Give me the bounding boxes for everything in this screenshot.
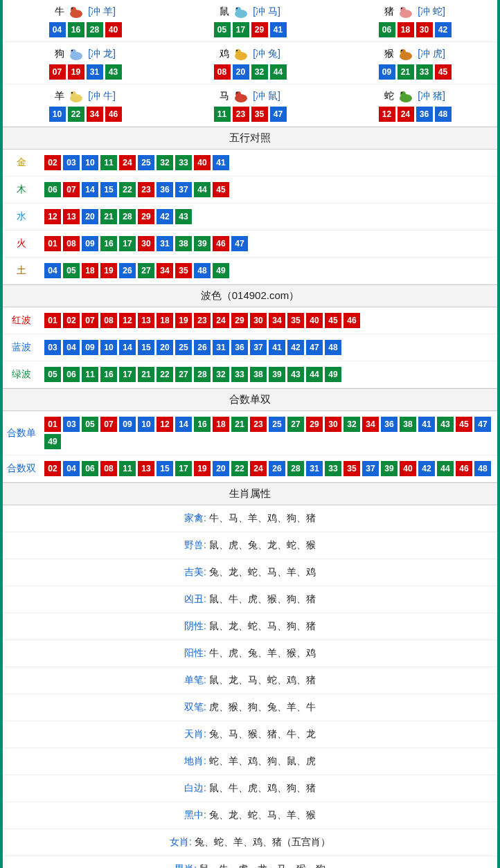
attr-key: 黑中: (184, 809, 209, 820)
zodiac-conflict: [冲 龙] (88, 48, 116, 60)
section-heshu-header: 合数单双 (3, 388, 497, 411)
number-chip: 31 (213, 340, 229, 355)
number-chip: 14 (175, 417, 192, 432)
attr-row: 女肖: 兔、蛇、羊、鸡、猪（五宫肖） (3, 829, 497, 856)
zodiac-head: 蛇[冲 猪] (332, 89, 497, 104)
number-chip: 43 (175, 209, 192, 224)
zodiac-name: 猪 (384, 6, 394, 18)
number-chip: 29 (138, 209, 154, 224)
number-chip: 48 (325, 340, 341, 355)
number-chip: 42 (418, 461, 435, 476)
svg-point-23 (236, 92, 238, 93)
number-chip: 27 (287, 417, 304, 432)
number-chip: 46 (105, 107, 122, 122)
svg-point-20 (71, 92, 73, 93)
number-chip: 02 (63, 313, 80, 328)
number-chip: 41 (270, 22, 287, 37)
number-chip: 07 (63, 182, 80, 197)
number-chip: 38 (250, 367, 267, 382)
number-chip: 29 (251, 22, 268, 37)
number-chip: 24 (398, 107, 414, 122)
number-chip: 21 (138, 367, 154, 382)
number-chip: 35 (251, 107, 268, 122)
zodiac-icon (395, 4, 416, 19)
table-row: 红波0102070812131819232429303435404546 (3, 307, 497, 334)
attr-value: 蛇、羊、鸡、狗、鼠、虎 (209, 755, 316, 766)
row-numbers: 0108091617303138394647 (40, 230, 497, 257)
number-chip: 32 (343, 417, 360, 432)
number-chip: 16 (68, 22, 84, 37)
number-chip: 47 (270, 107, 287, 122)
number-chip: 43 (437, 417, 454, 432)
number-chip: 26 (119, 263, 136, 278)
row-label: 绿波 (3, 363, 40, 386)
number-chip: 19 (100, 263, 117, 278)
zodiac-name: 鸡 (220, 48, 229, 60)
zodiac-numbers: 11233547 (214, 107, 287, 122)
zodiac-numbers: 04162840 (49, 22, 122, 37)
number-chip: 26 (194, 340, 211, 355)
attr-row: 地肖: 蛇、羊、鸡、狗、鼠、虎 (3, 748, 497, 775)
number-chip: 09 (82, 236, 98, 251)
number-chip: 14 (82, 182, 98, 197)
number-chip: 21 (398, 64, 414, 80)
number-chip: 20 (157, 340, 173, 355)
attr-value: 鼠、虎、兔、龙、蛇、猴 (209, 539, 316, 550)
number-chip: 47 (231, 236, 248, 251)
number-chip: 41 (269, 340, 285, 355)
number-chip: 39 (381, 461, 398, 476)
attr-key: 单笔: (184, 674, 209, 685)
number-chip: 01 (44, 236, 61, 251)
zodiac-name: 鼠 (220, 6, 229, 18)
number-chip: 28 (194, 367, 211, 382)
number-chip: 19 (68, 64, 84, 80)
zodiac-name: 蛇 (384, 90, 394, 102)
zodiac-name: 狗 (55, 48, 64, 60)
number-chip: 35 (175, 263, 192, 278)
number-chip: 12 (119, 313, 136, 328)
zodiac-cell: 蛇[冲 猪]12243648 (332, 84, 497, 127)
heshu-table: 合数单0103050709101214161821232527293032343… (3, 411, 497, 482)
number-chip: 11 (100, 155, 117, 170)
number-chip: 42 (157, 209, 173, 224)
number-chip: 49 (44, 434, 61, 449)
number-chip: 37 (362, 461, 379, 476)
number-chip: 28 (87, 22, 103, 37)
row-numbers: 1213202128294243 (40, 204, 497, 230)
zodiac-conflict: [冲 羊] (88, 6, 116, 18)
number-chip: 03 (44, 340, 61, 355)
zodiac-numbers: 10223446 (49, 107, 122, 122)
attr-key: 野兽: (184, 539, 209, 550)
number-chip: 44 (270, 64, 287, 80)
attr-row: 黑中: 兔、龙、蛇、马、羊、猴 (3, 802, 497, 829)
number-chip: 07 (49, 64, 66, 80)
number-chip: 01 (44, 417, 61, 432)
number-chip: 08 (100, 313, 117, 328)
number-chip: 17 (233, 22, 249, 37)
number-chip: 11 (214, 107, 231, 122)
number-chip: 07 (82, 313, 98, 328)
number-chip: 21 (100, 209, 117, 224)
number-chip: 17 (119, 236, 136, 251)
number-chip: 15 (157, 461, 173, 476)
number-chip: 41 (418, 417, 435, 432)
number-chip: 18 (398, 22, 414, 37)
attr-key: 地肖: (184, 755, 209, 766)
number-chip: 49 (213, 263, 229, 278)
attr-value: 牛、马、羊、鸡、狗、猪 (209, 512, 316, 523)
number-chip: 40 (400, 461, 416, 476)
number-chip: 45 (456, 417, 472, 432)
zodiac-conflict: [冲 马] (253, 6, 280, 18)
number-chip: 02 (44, 155, 61, 170)
zodiac-icon (231, 46, 251, 62)
row-label: 土 (3, 259, 40, 282)
zodiac-cell: 鼠[冲 马]05172941 (168, 0, 332, 42)
svg-point-14 (236, 50, 238, 51)
zodiac-name: 马 (220, 90, 229, 102)
number-chip: 47 (306, 340, 323, 355)
zodiac-numbers: 07193143 (49, 64, 122, 80)
number-chip: 05 (63, 263, 80, 278)
number-chip: 33 (175, 155, 192, 170)
attr-value: 鼠、龙、蛇、马、狗、猪 (209, 620, 316, 631)
svg-point-11 (71, 50, 73, 51)
